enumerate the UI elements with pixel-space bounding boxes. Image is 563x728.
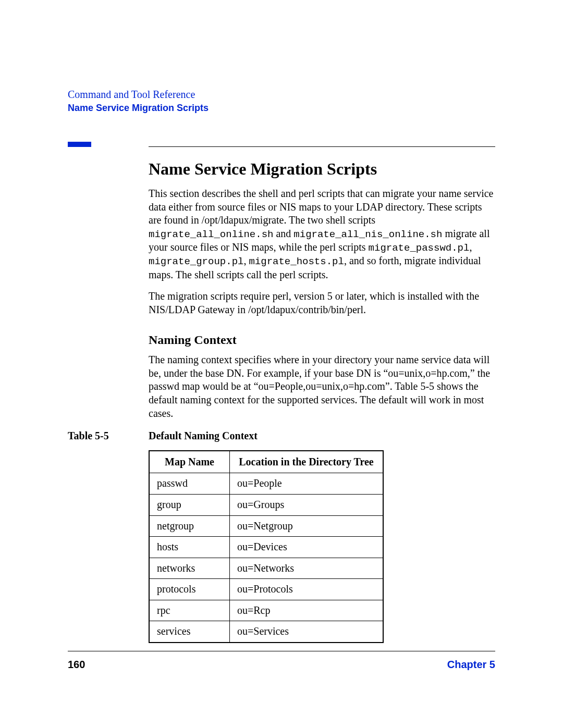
accent-block [68, 142, 91, 147]
cell-map-name: networks [149, 558, 230, 579]
page-number: 160 [68, 659, 85, 671]
content-area: Name Service Migration Scripts This sect… [149, 158, 495, 643]
chapter-label: Chapter 5 [447, 659, 495, 671]
section-header: Name Service Migration Scripts [68, 103, 495, 114]
cell-location: ou=Rcp [230, 600, 384, 621]
table-title: Default Naming Context [149, 429, 258, 443]
page-footer: 160 Chapter 5 [68, 651, 495, 671]
paragraph-naming-context: The naming context specifies where in yo… [149, 353, 495, 420]
cell-location: ou=People [230, 473, 384, 495]
table-row: hostsou=Devices [149, 537, 383, 558]
paragraph-intro: This section describes the shell and per… [149, 187, 495, 281]
cell-map-name: rpc [149, 600, 230, 621]
table-row: passwdou=People [149, 473, 383, 495]
table-row: networksou=Networks [149, 558, 383, 579]
table-header-row: Map Name Location in the Directory Tree [149, 451, 383, 473]
text: , [469, 241, 472, 253]
table-label: Table 5-5 [68, 429, 149, 443]
table-caption: Table 5-5 Default Naming Context [68, 429, 495, 443]
code-script4: migrate_group.pl [149, 256, 243, 267]
cell-map-name: passwd [149, 473, 230, 495]
footer-rule [68, 651, 495, 651]
cell-map-name: services [149, 621, 230, 643]
cell-map-name: netgroup [149, 515, 230, 537]
horizontal-rule [149, 146, 495, 147]
divider-row [68, 142, 495, 147]
page-title: Name Service Migration Scripts [149, 158, 495, 180]
table-row: protocolsou=Protocols [149, 579, 383, 600]
cell-location: ou=Protocols [230, 579, 384, 600]
text: This section describes the shell and per… [149, 188, 493, 226]
table-row: rpcou=Rcp [149, 600, 383, 621]
code-script1: migrate_all_online.sh [149, 229, 273, 240]
text: and [273, 228, 293, 239]
cell-location: ou=Netgroup [230, 515, 384, 537]
code-script5: migrate_hosts.pl [249, 256, 344, 267]
code-script2: migrate_all_nis_online.sh [293, 229, 442, 240]
cell-map-name: protocols [149, 579, 230, 600]
cell-map-name: group [149, 494, 230, 515]
naming-context-table: Map Name Location in the Directory Tree … [149, 450, 384, 643]
col-location: Location in the Directory Tree [230, 451, 384, 473]
cell-location: ou=Services [230, 621, 384, 643]
table-row: servicesou=Services [149, 621, 383, 643]
table-row: netgroupou=Netgroup [149, 515, 383, 537]
cell-location: ou=Groups [230, 494, 384, 515]
table-row: groupou=Groups [149, 494, 383, 515]
subheading-naming-context: Naming Context [149, 332, 495, 348]
page: Command and Tool Reference Name Service … [0, 0, 563, 728]
cell-location: ou=Devices [230, 537, 384, 558]
cell-location: ou=Networks [230, 558, 384, 579]
col-map-name: Map Name [149, 451, 230, 473]
paragraph-perl-req: The migration scripts require perl, vers… [149, 290, 495, 316]
cell-map-name: hosts [149, 537, 230, 558]
text: , [243, 255, 249, 266]
breadcrumb: Command and Tool Reference [68, 89, 495, 101]
code-script3: migrate_passwd.pl [369, 242, 470, 254]
footer-row: 160 Chapter 5 [68, 659, 495, 671]
